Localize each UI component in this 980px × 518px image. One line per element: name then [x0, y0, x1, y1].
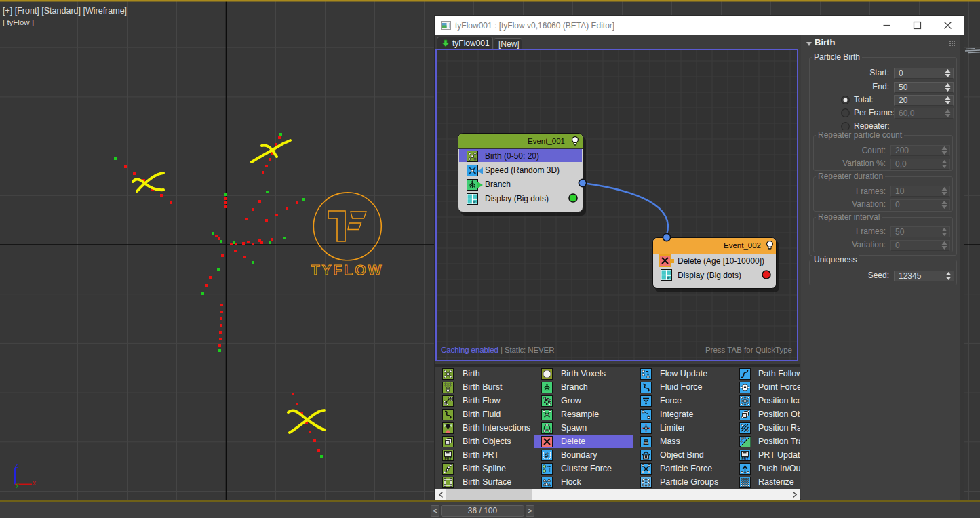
- svg-text:x: x: [33, 479, 36, 487]
- svg-text:PRT: PRT: [742, 456, 749, 460]
- svg-text:z: z: [15, 462, 18, 469]
- svg-text:y: y: [16, 481, 19, 488]
- svg-text:TYFLOW: TYFLOW: [311, 262, 384, 277]
- svg-text:KG: KG: [644, 441, 648, 445]
- svg-text:PRT: PRT: [445, 456, 452, 460]
